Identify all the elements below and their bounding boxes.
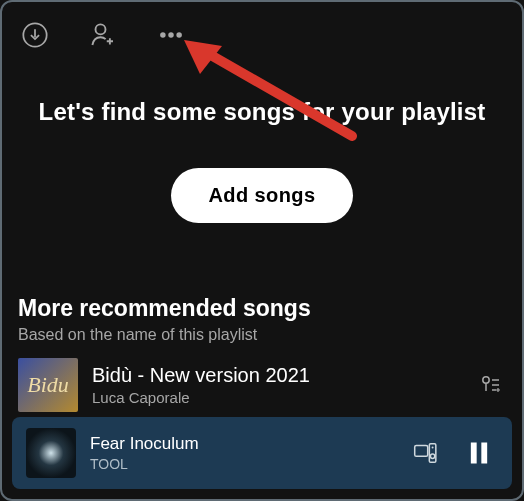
svg-rect-7	[429, 444, 436, 462]
svg-rect-10	[471, 443, 477, 464]
recommended-subtitle: Based on the name of this playlist	[18, 326, 506, 344]
track-artist: Luca Caporale	[92, 389, 462, 406]
svg-point-1	[96, 24, 106, 34]
album-art: Bidu	[18, 358, 78, 412]
add-user-icon[interactable]	[86, 18, 120, 52]
svg-point-5	[483, 377, 489, 383]
svg-point-4	[176, 32, 182, 38]
recommended-track-row[interactable]: Bidu Bidù - New version 2021 Luca Capora…	[18, 358, 506, 412]
now-playing-bar[interactable]: Fear Inoculum TOOL	[12, 417, 512, 489]
track-title: Bidù - New version 2021	[92, 364, 462, 387]
more-options-icon[interactable]	[154, 18, 188, 52]
add-songs-button[interactable]: Add songs	[171, 168, 354, 223]
svg-point-2	[160, 32, 166, 38]
svg-rect-11	[481, 443, 487, 464]
recommended-title: More recommended songs	[18, 295, 506, 322]
svg-point-8	[432, 447, 434, 449]
pause-button[interactable]	[460, 434, 498, 472]
recommended-section: More recommended songs Based on the name…	[0, 295, 524, 412]
svg-point-3	[168, 32, 174, 38]
add-to-queue-icon[interactable]	[476, 370, 506, 400]
now-playing-artist: TOOL	[90, 456, 396, 472]
svg-rect-6	[415, 445, 428, 456]
now-playing-title: Fear Inoculum	[90, 434, 396, 454]
devices-icon[interactable]	[410, 438, 440, 468]
svg-point-9	[430, 454, 434, 458]
now-playing-art	[26, 428, 76, 478]
find-songs-heading: Let's find some songs for your playlist	[0, 98, 524, 126]
playlist-toolbar	[0, 12, 524, 52]
download-icon[interactable]	[18, 18, 52, 52]
